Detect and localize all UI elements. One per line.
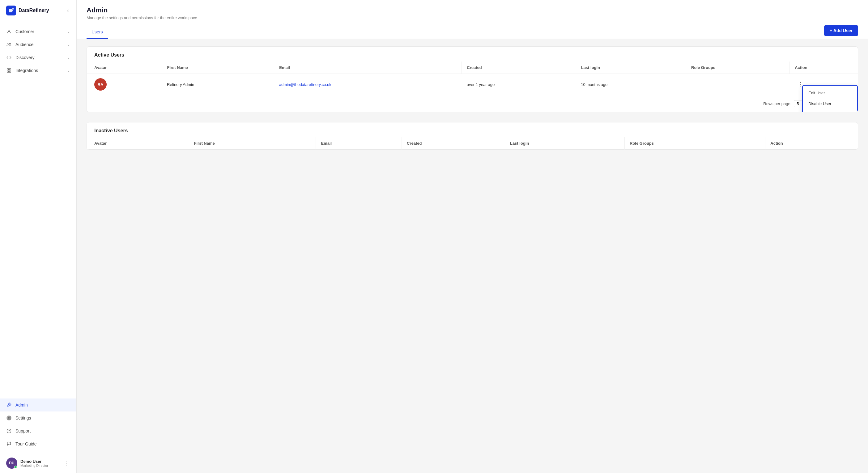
sidebar-item-label-admin: Admin	[16, 403, 28, 407]
sidebar: DataRefinery ‹ Customer ⌄ Audience ⌄	[0, 0, 77, 473]
email-link[interactable]: admin@thedatarefinery.co.uk	[279, 82, 331, 87]
add-user-button[interactable]: + Add User	[824, 25, 858, 36]
col-email: Email	[316, 137, 402, 150]
group-icon	[6, 42, 12, 47]
person-icon	[6, 29, 12, 34]
logo: DataRefinery	[6, 6, 49, 15]
active-users-section: Active Users Avatar First Name Email Cre…	[87, 46, 858, 112]
online-indicator	[14, 466, 17, 468]
flag-icon	[6, 441, 12, 447]
svg-rect-6	[9, 69, 11, 70]
sidebar-logo: DataRefinery ‹	[0, 0, 76, 21]
action-dropdown: Edit UserDisable UserReset PasswordMake …	[802, 85, 858, 112]
chevron-down-icon: ⌄	[67, 42, 70, 47]
sidebar-item-tour-guide[interactable]: Tour Guide	[0, 437, 76, 450]
created-cell: over 1 year ago	[462, 74, 576, 95]
action-cell: ⋮ Edit UserDisable UserReset PasswordMak…	[790, 74, 858, 95]
role-groups-cell	[686, 74, 790, 95]
col-first-name: First Name	[162, 62, 274, 74]
sidebar-item-settings[interactable]: Settings	[0, 411, 76, 424]
svg-point-4	[9, 43, 10, 44]
user-profile[interactable]: DU Demo User Marketing Director ⋮	[0, 453, 76, 473]
col-action: Action	[765, 137, 858, 150]
sidebar-bottom-nav: Admin Settings Support Tour Guide	[0, 396, 76, 453]
sidebar-item-support[interactable]: Support	[0, 424, 76, 437]
svg-rect-7	[9, 71, 11, 72]
sidebar-item-label-tour-guide: Tour Guide	[16, 441, 36, 446]
wrench-icon	[6, 402, 12, 408]
inactive-users-section: Inactive Users Avatar First Name Email C…	[87, 122, 858, 150]
datarefinery-logo-icon	[6, 6, 16, 15]
active-users-table: Avatar First Name Email Created Last log…	[87, 62, 858, 95]
page-title: Admin	[87, 6, 858, 14]
sidebar-item-label-customer: Customer	[16, 29, 34, 34]
col-last-login: Last login	[576, 62, 686, 74]
page-subtitle: Manage the settings and permissions for …	[87, 15, 858, 20]
col-avatar: Avatar	[87, 62, 162, 74]
main-nav: Customer ⌄ Audience ⌄ Discovery ⌄	[0, 21, 76, 396]
user-menu-button[interactable]: ⋮	[62, 459, 70, 467]
sidebar-item-label-discovery: Discovery	[16, 55, 34, 60]
avatar: RA	[94, 78, 106, 91]
tabs: Users	[87, 26, 108, 38]
sidebar-item-label-settings: Settings	[16, 415, 31, 420]
last-login-cell: 10 months ago	[576, 74, 686, 95]
gear-icon	[6, 415, 12, 421]
active-users-title: Active Users	[94, 52, 850, 58]
col-first-name: First Name	[189, 137, 316, 150]
sidebar-item-label-audience: Audience	[16, 42, 33, 47]
sidebar-item-label-support: Support	[16, 429, 31, 434]
chevron-down-icon: ⌄	[67, 68, 70, 73]
sidebar-item-integrations[interactable]: Integrations ⌄	[0, 64, 76, 77]
col-role-groups: Role Groups	[625, 137, 765, 150]
col-role-groups: Role Groups	[686, 62, 790, 74]
page-body: Active Users Avatar First Name Email Cre…	[77, 39, 868, 473]
inactive-users-title: Inactive Users	[94, 128, 850, 133]
sidebar-item-label-integrations: Integrations	[16, 68, 38, 73]
first-name-cell: Refinery Admin	[162, 74, 274, 95]
sidebar-item-discovery[interactable]: Discovery ⌄	[0, 51, 76, 64]
col-last-login: Last login	[505, 137, 624, 150]
sidebar-item-admin[interactable]: Admin	[0, 399, 76, 411]
col-created: Created	[462, 62, 576, 74]
chevron-down-icon: ⌄	[67, 29, 70, 34]
inactive-users-table: Avatar First Name Email Created Last log…	[87, 137, 858, 150]
col-action: Action	[790, 62, 858, 74]
user-name: Demo User	[21, 459, 59, 464]
question-icon	[6, 428, 12, 434]
main-content: Admin Manage the settings and permission…	[77, 0, 868, 473]
page-header: Admin Manage the settings and permission…	[77, 0, 868, 39]
chevron-down-icon: ⌄	[67, 55, 70, 60]
col-created: Created	[402, 137, 505, 150]
table-header-row: Avatar First Name Email Created Last log…	[87, 62, 858, 74]
svg-point-9	[8, 417, 9, 418]
avatar: DU	[6, 458, 17, 469]
svg-point-2	[8, 30, 9, 32]
col-email: Email	[274, 62, 462, 74]
col-avatar: Avatar	[87, 137, 189, 150]
user-role: Marketing Director	[21, 464, 59, 467]
sidebar-item-customer[interactable]: Customer ⌄	[0, 25, 76, 38]
table-row: RA Refinery Admin admin@thedatarefinery.…	[87, 74, 858, 95]
sidebar-collapse-button[interactable]: ‹	[66, 6, 70, 15]
svg-rect-8	[7, 71, 9, 72]
table-header-row: Avatar First Name Email Created Last log…	[87, 137, 858, 150]
integrations-icon	[6, 68, 12, 73]
dropdown-item-edit_user[interactable]: Edit User	[803, 88, 857, 98]
pagination: Rows per page: 5 10 25 1–5 of 6 ‹ ›	[87, 95, 858, 112]
email-cell: admin@thedatarefinery.co.uk	[274, 74, 462, 95]
dropdown-item-reset_password[interactable]: Reset Password	[803, 109, 857, 112]
app-name: DataRefinery	[19, 8, 49, 13]
tab-users[interactable]: Users	[87, 26, 108, 39]
dropdown-item-disable_user[interactable]: Disable User	[803, 98, 857, 109]
code-icon	[6, 55, 12, 60]
svg-point-1	[12, 8, 14, 9]
svg-point-3	[8, 43, 9, 44]
rows-per-page-label: Rows per page:	[763, 101, 791, 106]
svg-rect-5	[7, 69, 9, 70]
sidebar-item-audience[interactable]: Audience ⌄	[0, 38, 76, 51]
